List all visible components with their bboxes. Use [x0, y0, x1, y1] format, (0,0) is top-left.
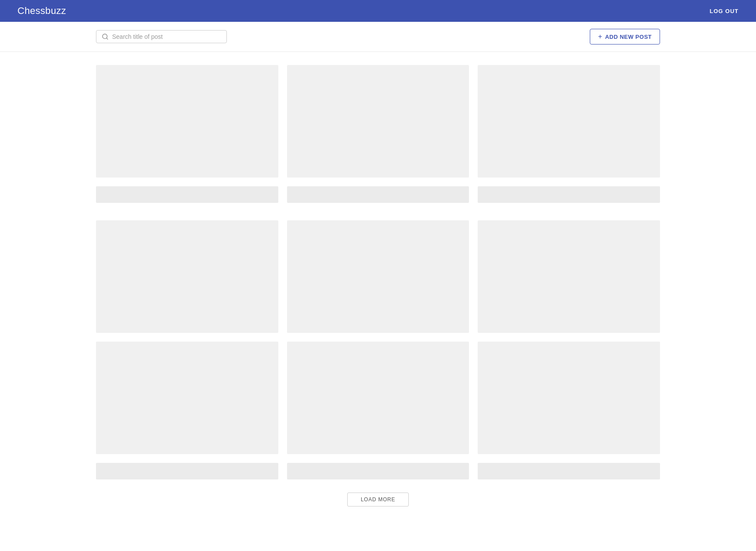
card-grid-row-1	[96, 65, 660, 178]
skeleton-image-card[interactable]	[287, 342, 469, 454]
plus-icon: +	[598, 33, 602, 41]
search-icon	[102, 33, 109, 40]
toolbar: + ADD NEW POST	[0, 22, 756, 52]
card-grid-row-3	[96, 220, 660, 333]
skeleton-text-card[interactable]	[287, 186, 469, 203]
search-input[interactable]	[112, 33, 221, 40]
skeleton-image-card[interactable]	[287, 65, 469, 178]
skeleton-image-card[interactable]	[96, 65, 278, 178]
app-title: Chessbuzz	[17, 5, 66, 17]
svg-line-1	[106, 38, 108, 39]
app-header: Chessbuzz LOG OUT	[0, 0, 756, 22]
skeleton-image-card[interactable]	[478, 220, 660, 333]
add-new-label: ADD NEW POST	[605, 34, 652, 40]
search-wrapper	[96, 30, 227, 43]
skeleton-image-card[interactable]	[96, 342, 278, 454]
skeleton-text-card[interactable]	[478, 186, 660, 203]
main-content: LOAD MORE	[0, 52, 756, 533]
load-more-wrapper: LOAD MORE	[96, 493, 660, 507]
skeleton-text-card[interactable]	[96, 463, 278, 479]
skeleton-text-card[interactable]	[96, 186, 278, 203]
logout-button[interactable]: LOG OUT	[710, 8, 739, 14]
load-more-button[interactable]: LOAD MORE	[347, 493, 409, 507]
skeleton-image-card[interactable]	[478, 65, 660, 178]
skeleton-text-card[interactable]	[287, 463, 469, 479]
card-grid-row-2	[96, 186, 660, 203]
card-grid-row-4	[96, 342, 660, 454]
skeleton-text-card[interactable]	[478, 463, 660, 479]
skeleton-image-card[interactable]	[478, 342, 660, 454]
skeleton-image-card[interactable]	[287, 220, 469, 333]
card-grid-row-5	[96, 463, 660, 479]
add-new-post-button[interactable]: + ADD NEW POST	[590, 29, 660, 44]
skeleton-image-card[interactable]	[96, 220, 278, 333]
